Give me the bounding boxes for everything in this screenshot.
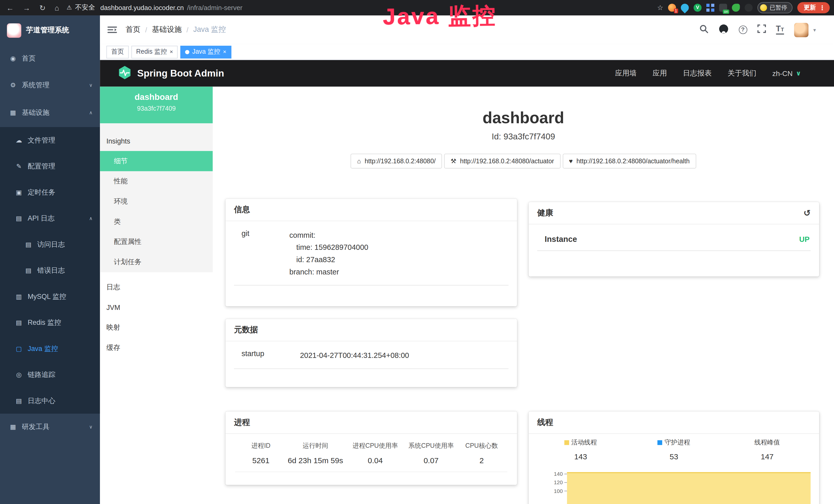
sba-brand-title[interactable]: Spring Boot Admin (137, 68, 224, 79)
service-url-link[interactable]: ⌂ http://192.168.0.2:48080/ (351, 154, 442, 168)
sba-item-config-props[interactable]: 配置属性 (100, 232, 213, 252)
health-status-badge: UP (799, 235, 809, 243)
infra-submenu: ☁ 文件管理 ✎ 配置管理 ▣ 定时任务 ▤ API 日志 ∧ ▤ 访问日志 ▤ (0, 127, 100, 414)
process-table: 进程ID5261 运行时间6d 23h 15m 59s 进程CPU使用率0.04… (235, 436, 507, 472)
history-icon[interactable]: ↺ (804, 208, 811, 218)
extension-icon-2[interactable] (679, 2, 690, 13)
sba-item-logs[interactable]: 日志 (100, 277, 213, 297)
app-logo[interactable]: 芋道管理系统 (0, 16, 100, 45)
locale-label: zh-CN (772, 69, 793, 77)
home-icon[interactable]: ⌂ (55, 4, 59, 12)
close-icon[interactable]: × (223, 49, 226, 55)
sba-logo-icon[interactable] (118, 65, 132, 82)
sba-item-classes[interactable]: 类 (100, 211, 213, 232)
instance-id: 93a3fc7f7409 (100, 105, 213, 112)
startup-row: startup 2021-04-27T00:44:31.254+08:00 (234, 344, 509, 369)
active-threads-area (567, 472, 810, 504)
sidebar-item-label: MySQL 监控 (28, 292, 66, 301)
bookmark-star-icon[interactable]: ☆ (657, 4, 663, 12)
sba-sidebar-bottom: 日志 JVM 映射 缓存 (100, 277, 213, 358)
sba-nav-journal[interactable]: 日志报表 (683, 69, 712, 78)
forward-icon[interactable]: → (23, 4, 30, 12)
sidebar-item-access-logs[interactable]: ▤ 访问日志 (0, 231, 100, 257)
breadcrumb-infra[interactable]: 基础设施 (152, 25, 182, 35)
collapse-sidebar-icon[interactable] (107, 26, 117, 33)
tab-redis-monitor[interactable]: Redis 监控 × (131, 45, 178, 58)
actuator-url-link[interactable]: ⚒ http://192.168.0.2:48080/actuator (444, 154, 561, 168)
security-label[interactable]: 不安全 (75, 3, 95, 12)
font-size-icon[interactable]: TT (776, 25, 784, 35)
chevron-down-icon: ∨ (796, 70, 801, 77)
user-avatar[interactable] (794, 23, 809, 37)
sidebar-item-file-management[interactable]: ☁ 文件管理 (0, 127, 100, 153)
tab-home[interactable]: 首页 (106, 45, 129, 58)
sba-item-caches[interactable]: 缓存 (100, 338, 213, 358)
sba-item-details[interactable]: 细节 (100, 151, 213, 171)
daemon-threads-value: 53 (627, 452, 721, 461)
sidebar-item-error-logs[interactable]: ▤ 错误日志 (0, 257, 100, 283)
service-url: http://192.168.0.2:48080/ (365, 157, 436, 165)
fullscreen-icon[interactable] (757, 24, 766, 35)
search-icon[interactable] (699, 24, 708, 35)
sidebar-item-system[interactable]: ⚙ 系统管理 ∨ (0, 72, 100, 98)
uptime-value: 6d 23h 15m 59s (284, 456, 347, 465)
git-label: git (241, 229, 289, 278)
health-url-link[interactable]: ♥ http://192.168.0.2:48080/actuator/heal… (563, 154, 696, 168)
caret-down-icon[interactable]: ▾ (813, 27, 816, 33)
system-cpu-value: 0.07 (403, 456, 459, 465)
reload-icon[interactable]: ↻ (39, 4, 45, 12)
extension-badge: 1 (674, 8, 678, 13)
browser-update-button[interactable]: 更新 ⋮ (797, 2, 830, 13)
sidebar-item-api-logs[interactable]: ▤ API 日志 ∧ (0, 205, 100, 231)
sidebar-item-scheduled-jobs[interactable]: ▣ 定时任务 (0, 179, 100, 205)
sba-item-mappings[interactable]: 映射 (100, 317, 213, 338)
legend-active-threads: 活动线程 143 (534, 438, 627, 461)
sidebar-item-label: 日志中心 (28, 396, 56, 406)
address-bar[interactable]: ⚠ 不安全 dashboard.yudao.iocoder.cn/infra/a… (67, 3, 242, 12)
process-col-header: 进程ID (238, 441, 284, 450)
tab-java-monitor[interactable]: Java 监控 × (180, 45, 231, 58)
extension-icon-1[interactable]: 1 (668, 4, 676, 12)
sba-nav-applications[interactable]: 应用 (653, 69, 667, 78)
sba-item-jvm[interactable]: JVM (100, 297, 213, 318)
breadcrumb-separator: / (186, 26, 189, 33)
kebab-menu-icon[interactable]: ⋮ (819, 4, 826, 12)
sba-item-metrics[interactable]: 性能 (100, 171, 213, 191)
profile-avatar-icon (760, 4, 767, 11)
doc-icon: ▤ (24, 240, 32, 248)
sba-nav-about[interactable]: 关于我们 (728, 69, 756, 78)
process-id-value: 5261 (238, 456, 284, 465)
profile-sync-paused-chip[interactable]: 已暂停 (758, 2, 793, 13)
sidebar-item-dev-tools[interactable]: ▦ 研发工具 ∨ (0, 414, 100, 440)
github-icon[interactable] (719, 24, 728, 36)
help-icon[interactable]: ? (739, 25, 747, 34)
sidebar-item-java-monitor[interactable]: ▢ Java 监控 (0, 336, 100, 362)
extension-icon-4[interactable] (706, 4, 714, 12)
sidebar-item-label: 系统管理 (22, 81, 49, 90)
sidebar-item-infra[interactable]: ▦ 基础设施 ∧ (0, 98, 100, 127)
sidebar-item-home[interactable]: ◉ 首页 (0, 45, 100, 72)
extension-icon-6[interactable] (732, 4, 740, 12)
health-card: 健康 ↺ Instance UP (529, 202, 819, 276)
sidebar-item-tracing[interactable]: ◎ 链路追踪 (0, 362, 100, 387)
health-instance-row[interactable]: Instance UP (537, 226, 811, 251)
back-icon[interactable]: ← (6, 4, 14, 12)
sidebar-item-log-center[interactable]: ▤ 日志中心 (0, 388, 100, 414)
sidebar-item-mysql-monitor[interactable]: ▥ MySQL 监控 (0, 283, 100, 310)
instance-header[interactable]: dashboard 93a3fc7f7409 (100, 87, 213, 123)
sidebar-item-redis-monitor[interactable]: ▤ Redis 监控 (0, 310, 100, 335)
sidebar-item-config-management[interactable]: ✎ 配置管理 (0, 153, 100, 179)
sba-item-environment[interactable]: 环境 (100, 191, 213, 211)
extension-icon-5[interactable]: on (719, 4, 727, 12)
screen: Java 监控 ← → ↻ ⌂ ⚠ 不安全 dashboard.yudao.io… (0, 0, 834, 504)
sba-nav-wallboard[interactable]: 应用墙 (615, 69, 637, 78)
cloud-icon: ☁ (15, 136, 23, 144)
breadcrumb-home[interactable]: 首页 (126, 25, 140, 35)
extension-icon-7[interactable] (745, 4, 752, 12)
sidebar-item-label: 文件管理 (28, 135, 56, 145)
close-icon[interactable]: × (170, 49, 173, 55)
extension-icon-3[interactable]: V (694, 4, 701, 12)
sba-main-content: dashboard Id: 93a3fc7f7409 ⌂ http://192.… (213, 87, 834, 504)
locale-selector[interactable]: zh-CN ∨ (772, 69, 801, 77)
sba-item-scheduled-tasks[interactable]: 计划任务 (100, 252, 213, 272)
